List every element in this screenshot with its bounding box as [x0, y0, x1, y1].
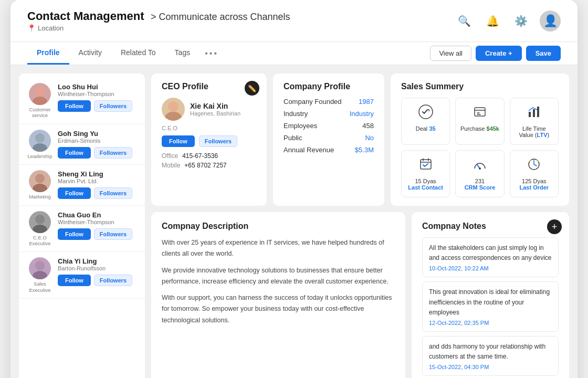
- contact-name: Sheng Xi Ling: [58, 170, 138, 178]
- ceo-avatar: [162, 98, 185, 121]
- tab-profile[interactable]: Profile: [27, 42, 69, 65]
- app-window: Contact Management > Communicate across …: [10, 0, 578, 378]
- save-button[interactable]: Save: [526, 46, 561, 61]
- svg-point-5: [33, 184, 47, 192]
- list-item: Marketing Sheng Xi Ling Marvin Pvt. Ltd.…: [19, 165, 145, 205]
- sales-summary-title: Sales Summery: [401, 82, 559, 91]
- followers-button[interactable]: Followers: [94, 275, 132, 286]
- description-card: Compnay Description With over 25 years o…: [151, 212, 405, 378]
- sales-summary-card: Sales Summery Deal 35: [391, 74, 569, 206]
- tab-related-to[interactable]: Related To: [111, 42, 165, 65]
- user-avatar[interactable]: 👤: [540, 10, 561, 32]
- ltv-icon: [527, 104, 541, 122]
- svg-point-6: [35, 215, 45, 224]
- followers-button[interactable]: Followers: [94, 100, 132, 112]
- company-row-public: Public No: [284, 134, 374, 142]
- nav-tabs: Profile Activity Related To Tags ••• Vie…: [10, 42, 578, 65]
- avatar: [29, 130, 51, 152]
- add-note-button[interactable]: +: [547, 219, 562, 234]
- note-text: and dds harmony to your relationship wit…: [429, 342, 552, 362]
- svg-point-9: [33, 271, 47, 279]
- followers-button[interactable]: Followers: [94, 147, 132, 159]
- avatar: [29, 83, 51, 105]
- follow-button[interactable]: Follow: [58, 275, 91, 286]
- more-tabs-icon[interactable]: •••: [200, 43, 224, 65]
- location-pin-icon: 📍: [27, 24, 36, 32]
- svg-point-18: [479, 167, 481, 170]
- svg-rect-17: [421, 160, 431, 169]
- description-paragraph-1: With over 25 years of experience in IT s…: [162, 237, 395, 260]
- last-contact-icon: [418, 157, 433, 175]
- header: Contact Management > Communicate across …: [10, 0, 578, 42]
- contact-name: Chua Guo En: [58, 211, 138, 219]
- page-title: Contact Management: [27, 9, 144, 23]
- contact-name: Goh Sing Yu: [58, 130, 138, 138]
- followers-button[interactable]: Followers: [94, 187, 132, 199]
- note-text: All the stakeholders can just simply log…: [429, 243, 552, 263]
- svg-point-8: [35, 261, 45, 270]
- ceo-role: C.E.O: [162, 125, 256, 131]
- ceo-mobile: Mobile+65 8702 7257: [162, 162, 256, 169]
- company-row-revenue: Annual Revenue $5.3M: [284, 146, 374, 154]
- ceo-name: Xie Kai Xin: [190, 102, 240, 110]
- contact-name: Loo Shu Hui: [58, 83, 138, 91]
- ceo-actions: Follow Followers: [162, 135, 256, 147]
- ceo-office: Office415-67-3536: [162, 152, 256, 160]
- ceo-followers-button[interactable]: Followers: [199, 135, 237, 147]
- company-row-industry: Industry Industry: [284, 110, 374, 118]
- sales-grid: Deal 35 Purchase $45k: [401, 98, 559, 197]
- note-item: and dds harmony to your relationship wit…: [422, 336, 559, 376]
- header-icons: 🔍 🔔 ⚙️ 👤: [455, 10, 561, 32]
- svg-point-11: [165, 112, 182, 121]
- svg-point-0: [35, 87, 45, 96]
- svg-rect-15: [533, 109, 535, 117]
- follow-button[interactable]: Follow: [58, 228, 91, 240]
- bottom-cards: Compnay Description With over 25 years o…: [151, 212, 569, 378]
- contact-role-label: Customerservice: [29, 107, 50, 119]
- breadcrumb: > Communicate across Channels: [151, 12, 290, 22]
- list-item: Leadership Goh Sing Yu Erdman-Simonis Fo…: [19, 124, 145, 165]
- follow-button[interactable]: Follow: [58, 100, 91, 112]
- create-button[interactable]: Create +: [476, 46, 522, 61]
- note-date: 12-Oct-2022, 02:35 PM: [429, 320, 552, 326]
- nav-right: View all Create + Save: [430, 46, 561, 61]
- settings-icon[interactable]: ⚙️: [511, 12, 530, 30]
- ceo-profile-card: CEO Profile ✏️ Xie Kai Xin Hagenes, Bash…: [151, 74, 267, 206]
- ceo-follow-button[interactable]: Follow: [162, 135, 195, 147]
- sales-item-ltv: Life TimeValue (LTV): [510, 98, 559, 145]
- edit-icon[interactable]: ✏️: [245, 81, 259, 96]
- note-date: 15-Oct-2022, 04:30 PM: [429, 364, 552, 370]
- contact-role-label: Leadership: [27, 153, 52, 159]
- tab-activity[interactable]: Activity: [69, 42, 111, 65]
- note-item: This great innovation is ideal for elimi…: [422, 281, 559, 332]
- contact-company: Barton-Runolfsson: [58, 265, 138, 271]
- header-left: Contact Management > Communicate across …: [27, 9, 446, 32]
- contact-role-label: Marketing: [29, 194, 51, 200]
- follow-button[interactable]: Follow: [58, 147, 91, 159]
- main-content: Customerservice Loo Shu Hui Wintheiser-T…: [10, 65, 578, 378]
- bell-icon[interactable]: 🔔: [483, 12, 502, 30]
- tab-tags[interactable]: Tags: [165, 42, 200, 65]
- svg-point-1: [33, 97, 47, 105]
- followers-button[interactable]: Followers: [94, 228, 132, 240]
- sales-item-last-contact: 15 DyasLast Contact: [401, 150, 450, 197]
- contact-name: Chia Yi Ling: [58, 257, 138, 265]
- notes-title: Compnay Notes: [422, 222, 559, 231]
- last-order-icon: [527, 157, 541, 175]
- contact-company: Wintheiser-Thompson: [58, 91, 138, 97]
- company-row-founded: Company Founded 1987: [284, 98, 374, 106]
- contact-company: Wintheiser-Thompson: [58, 219, 138, 225]
- ceo-profile-title: CEO Profile: [162, 82, 256, 91]
- sales-item-purchase: Purchase $45k: [455, 98, 504, 145]
- search-icon[interactable]: 🔍: [455, 12, 474, 30]
- follow-button[interactable]: Follow: [58, 187, 91, 199]
- contact-role-label: C.E.OExecutive: [29, 235, 50, 247]
- view-all-button[interactable]: View all: [430, 46, 471, 61]
- note-date: 10-Oct-2022, 10:22 AM: [429, 265, 552, 271]
- avatar: [29, 211, 51, 233]
- company-profile-card: Company Profile Company Founded 1987 Ind…: [273, 74, 384, 206]
- sidebar: Customerservice Loo Shu Hui Wintheiser-T…: [19, 74, 145, 378]
- deal-icon: [418, 104, 433, 122]
- crm-score-icon: [472, 157, 487, 175]
- list-item: SalesExecutive Chia Yi Ling Barton-Runol…: [19, 252, 145, 299]
